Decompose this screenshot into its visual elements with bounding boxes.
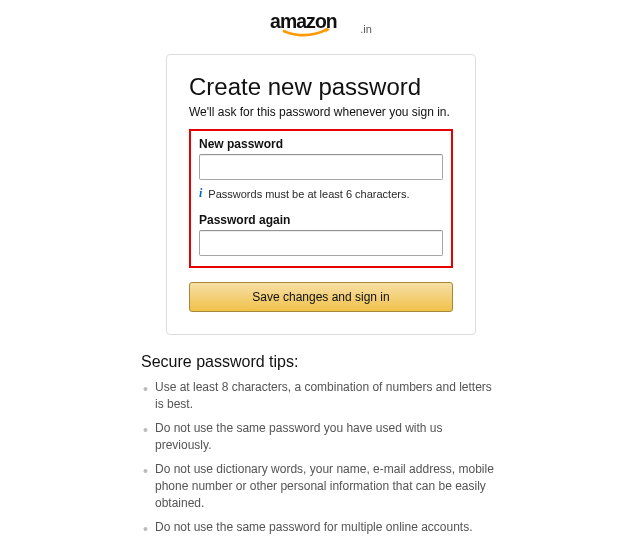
tip-item: Use at least 8 characters, a combination… — [155, 379, 501, 414]
password-again-input[interactable] — [199, 230, 443, 256]
page-subtitle: We'll ask for this password whenever you… — [189, 105, 453, 119]
tip-item: Do not use the same password you have us… — [155, 420, 501, 455]
new-password-label: New password — [199, 137, 443, 151]
password-hint: i Passwords must be at least 6 character… — [199, 186, 443, 201]
password-again-label: Password again — [199, 213, 443, 227]
tips-list: Use at least 8 characters, a combination… — [141, 379, 501, 536]
password-fields-highlight: New password i Passwords must be at leas… — [189, 129, 453, 268]
info-icon: i — [199, 186, 202, 201]
hint-text: Passwords must be at least 6 characters. — [208, 188, 409, 200]
tips-heading: Secure password tips: — [141, 353, 501, 371]
new-password-input[interactable] — [199, 154, 443, 180]
tip-item: Do not use dictionary words, your name, … — [155, 461, 501, 513]
amazon-logo: amazon — [270, 10, 358, 44]
tip-item: Do not use the same password for multipl… — [155, 519, 501, 536]
tips-section: Secure password tips: Use at least 8 cha… — [141, 353, 501, 542]
password-card: Create new password We'll ask for this p… — [166, 54, 476, 335]
logo-suffix: .in — [360, 23, 372, 35]
save-button[interactable]: Save changes and sign in — [189, 282, 453, 312]
logo-area: amazon .in — [270, 10, 372, 44]
page-title: Create new password — [189, 73, 453, 101]
